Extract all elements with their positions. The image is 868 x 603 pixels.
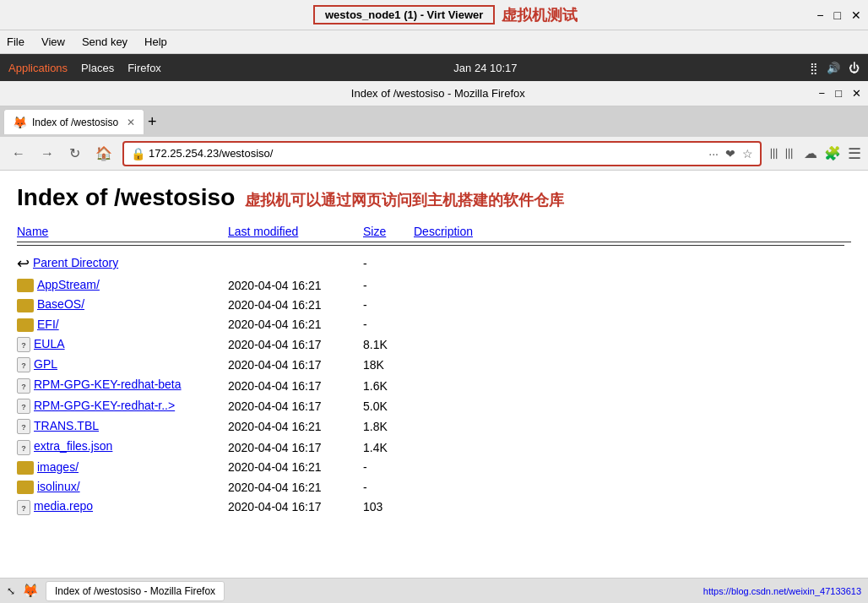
file-modified: 2020-04-04 16:21	[228, 315, 363, 334]
title-bar: westos_node1 (1) - Virt Viewer 虚拟机测试 − □…	[0, 0, 868, 30]
menu-file[interactable]: File	[7, 35, 24, 48]
file-link[interactable]: AppStream/	[37, 278, 100, 291]
file-icon: ?	[17, 337, 30, 352]
maximize-button[interactable]: □	[834, 8, 841, 22]
file-link[interactable]: GPL	[34, 357, 57, 371]
tab-favicon: 🦊	[13, 116, 27, 129]
file-link[interactable]: EFI/	[37, 318, 59, 331]
file-link[interactable]: Parent Directory	[33, 256, 118, 269]
gnome-datetime: Jan 24 10:17	[453, 62, 517, 74]
table-row: EFI/2020-04-04 16:21-	[17, 315, 851, 334]
tab-close-button[interactable]: ✕	[127, 117, 135, 128]
ff-collections-icon[interactable]: ⫼⫼	[767, 144, 797, 162]
file-link[interactable]: EULA	[34, 337, 65, 350]
file-icon: ?	[17, 419, 30, 434]
file-modified: 2020-04-04 16:17	[228, 396, 363, 416]
menu-help[interactable]: Help	[144, 35, 167, 48]
file-link[interactable]: RPM-GPG-KEY-redhat-r..>	[34, 399, 175, 412]
url-more-icon[interactable]: ···	[708, 147, 719, 160]
power-icon[interactable]: ⏻	[849, 62, 860, 74]
file-icon: ?	[17, 399, 30, 414]
status-left: ⤡ 🦊 Index of /westosiso - Mozilla Firefo…	[7, 581, 225, 601]
col-size-link[interactable]: Size	[363, 225, 386, 238]
file-size: -	[363, 477, 414, 497]
firefox-minimize-button[interactable]: −	[819, 87, 826, 100]
col-header-desc: Description	[414, 221, 851, 242]
url-shield-icon: 🔒	[131, 147, 145, 160]
file-modified: 2020-04-04 16:17	[228, 334, 363, 355]
table-row: images/2020-04-04 16:21-	[17, 458, 851, 477]
table-row: AppStream/2020-04-04 16:21-	[17, 275, 851, 295]
gnome-firefox[interactable]: Firefox	[127, 62, 161, 74]
file-size: -	[363, 315, 414, 334]
network-icon: ⣿	[810, 62, 818, 74]
folder-icon	[17, 481, 34, 494]
virt-viewer-title: westos_node1 (1) - Virt Viewer	[313, 5, 495, 24]
file-modified: 2020-04-04 16:21	[228, 275, 363, 295]
gnome-places[interactable]: Places	[81, 62, 114, 74]
url-bar[interactable]: 🔒 ··· ❤ ☆	[122, 141, 762, 166]
col-header-modified: Last modified	[228, 221, 363, 242]
url-star-icon[interactable]: ☆	[742, 147, 753, 160]
firefox-close-button[interactable]: ✕	[852, 87, 861, 100]
table-row: ?media.repo2020-04-04 16:17103	[17, 497, 851, 517]
file-link[interactable]: RPM-GPG-KEY-redhat-beta	[34, 378, 182, 391]
gnome-right: ⣿ 🔊 ⏻	[810, 62, 860, 74]
title-bar-controls[interactable]: − □ ✕	[816, 8, 861, 22]
col-modified-link[interactable]: Last modified	[228, 225, 298, 238]
reload-button[interactable]: ↻	[64, 142, 85, 165]
firefox-window-controls[interactable]: − □ ✕	[819, 87, 861, 100]
menu-sendkey[interactable]: Send key	[82, 35, 127, 48]
col-desc-link[interactable]: Description	[414, 225, 473, 238]
close-button[interactable]: ✕	[851, 8, 861, 22]
gnome-applications[interactable]: Applications	[8, 62, 68, 74]
menu-view[interactable]: View	[41, 35, 65, 48]
file-desc	[414, 497, 851, 517]
file-link[interactable]: images/	[37, 460, 79, 474]
table-header-row: Name Last modified Size Description	[17, 221, 851, 242]
nav-bar: ← → ↻ 🏠 🔒 ··· ❤ ☆ ⫼⫼ ☁ 🧩 ☰	[0, 137, 868, 171]
firefox-maximize-button[interactable]: □	[835, 87, 842, 100]
file-modified: 2020-04-04 16:21	[228, 416, 363, 437]
file-modified: 2020-04-04 16:17	[228, 375, 363, 395]
url-input[interactable]	[149, 147, 708, 160]
file-link[interactable]: TRANS.TBL	[34, 419, 99, 432]
file-link[interactable]: BaseOS/	[37, 297, 84, 311]
url-bookmark-icon[interactable]: ❤	[725, 147, 735, 160]
folder-icon	[17, 299, 34, 312]
folder-icon	[17, 318, 34, 332]
file-modified: 2020-04-04 16:17	[228, 355, 363, 375]
file-modified	[228, 252, 363, 275]
ff-menu-button[interactable]: ☰	[848, 144, 861, 163]
new-tab-button[interactable]: +	[148, 113, 157, 131]
home-button[interactable]: 🏠	[90, 142, 117, 165]
active-tab[interactable]: 🦊 Index of /westosiso ✕	[3, 109, 144, 134]
col-name-link[interactable]: Name	[17, 225, 48, 238]
file-modified: 2020-04-04 16:21	[228, 458, 363, 477]
folder-icon	[17, 461, 34, 475]
table-row: isolinux/2020-04-04 16:21-	[17, 477, 851, 497]
col-header-size: Size	[363, 221, 414, 242]
tab-label: Index of /westosiso	[32, 117, 118, 128]
file-link[interactable]: media.repo	[34, 499, 93, 513]
back-button[interactable]: ←	[7, 143, 30, 165]
file-desc	[414, 437, 851, 457]
ff-sync-icon[interactable]: ☁	[804, 145, 817, 161]
file-size: 5.0K	[363, 396, 414, 416]
table-row: ?RPM-GPG-KEY-redhat-r..>2020-04-04 16:17…	[17, 396, 851, 416]
minimize-button[interactable]: −	[816, 8, 823, 22]
file-link[interactable]: isolinux/	[37, 480, 80, 493]
forward-button[interactable]: →	[35, 143, 59, 165]
ff-addon-icon[interactable]: 🧩	[824, 145, 841, 161]
file-desc	[414, 396, 851, 416]
status-bar: ⤡ 🦊 Index of /westosiso - Mozilla Firefo…	[0, 578, 868, 603]
file-desc	[414, 416, 851, 437]
table-row: ?EULA2020-04-04 16:178.1K	[17, 334, 851, 355]
file-link[interactable]: extra_files.json	[34, 439, 112, 453]
table-row: ?TRANS.TBL2020-04-04 16:211.8K	[17, 416, 851, 437]
file-desc	[414, 275, 851, 295]
back-arrow-icon: ↩	[17, 255, 30, 272]
file-desc	[414, 355, 851, 375]
status-url: https://blog.csdn.net/weixin_47133613	[703, 586, 861, 596]
status-tab[interactable]: Index of /westosiso - Mozilla Firefox	[46, 581, 225, 601]
